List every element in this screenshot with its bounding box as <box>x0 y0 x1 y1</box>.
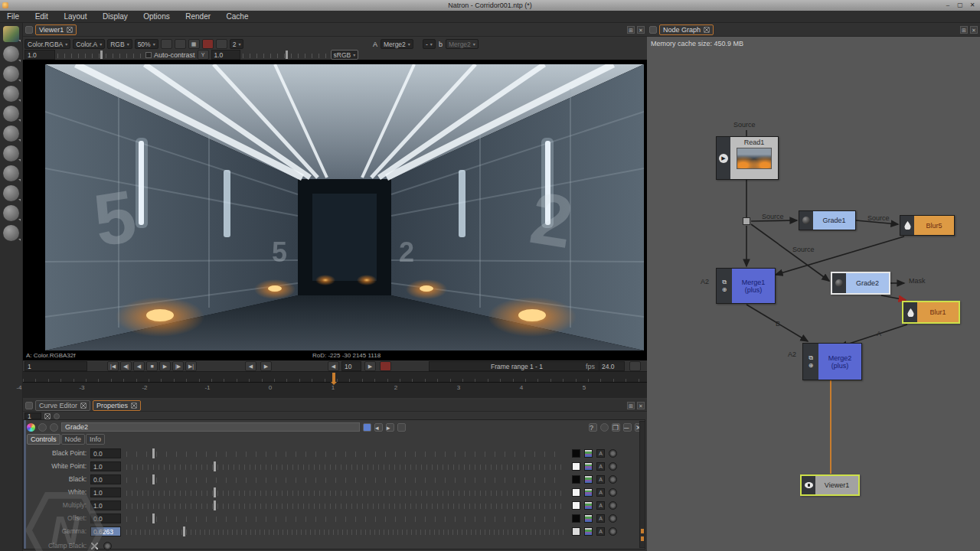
prev-frame-button[interactable]: ◀ <box>245 361 256 371</box>
rgba-channels-icon[interactable] <box>584 462 593 471</box>
alpha-button[interactable]: A <box>596 514 605 523</box>
param-slider[interactable] <box>126 474 564 484</box>
tab-close-icon[interactable] <box>80 403 87 409</box>
color-swatch[interactable] <box>572 527 580 536</box>
gamma-field[interactable]: 1.0 <box>211 50 240 60</box>
fps-field[interactable]: 24.0 <box>599 361 625 371</box>
node-read1[interactable]: ▶ Read1 <box>716 136 779 180</box>
skip-back-button[interactable]: ◀ <box>328 361 339 371</box>
next-frame-button[interactable]: ▶ <box>260 361 272 371</box>
node-blur1[interactable]: Blur1 <box>902 301 960 324</box>
prev-keyframe-button[interactable]: ◀| <box>120 361 132 371</box>
toolbox-transform-icon[interactable] <box>3 185 19 201</box>
stop-button[interactable]: ■ <box>146 361 158 371</box>
node-blur5[interactable]: Blur5 <box>900 215 955 236</box>
param-slider[interactable] <box>126 487 564 497</box>
toolbox-views-icon[interactable] <box>3 205 19 221</box>
param-value-field[interactable]: 1.0 <box>90 461 121 471</box>
color-swatch[interactable] <box>572 514 580 523</box>
alpha-button[interactable]: A <box>596 501 605 510</box>
panel-close-icon[interactable]: ✕ <box>637 402 645 409</box>
full-frame-icon[interactable] <box>175 39 186 49</box>
float-panel-icon[interactable]: ❐ <box>612 423 620 432</box>
tab-info[interactable]: Info <box>86 434 105 445</box>
proxy-mode-icon[interactable] <box>216 39 227 49</box>
gain-field[interactable]: 1.0 <box>24 50 55 60</box>
center-node-icon[interactable] <box>50 423 58 432</box>
color-swatch[interactable] <box>572 462 580 471</box>
param-value-field[interactable]: 0.0 <box>90 514 121 523</box>
goto-end-button[interactable]: ▶| <box>185 361 197 371</box>
tab-properties[interactable]: Properties <box>93 400 141 411</box>
param-value-field[interactable]: 1.0 <box>90 500 121 510</box>
redo-icon[interactable]: ▸ <box>386 423 394 432</box>
operator-select[interactable]: - <box>423 39 436 49</box>
timeline-playhead[interactable] <box>332 373 335 382</box>
colorspace-select[interactable]: sRGB <box>331 50 359 60</box>
panel-layout-icon[interactable]: ⊞ <box>627 26 635 34</box>
proxy-level-select[interactable]: 2 <box>230 39 244 49</box>
node-dot[interactable] <box>743 217 750 225</box>
luminance-button[interactable]: Y <box>198 50 209 60</box>
overlay-icon[interactable] <box>38 423 47 432</box>
turbo-mode-icon[interactable] <box>380 361 391 371</box>
param-slider[interactable] <box>126 514 564 523</box>
properties-scrollbar[interactable] <box>639 421 645 548</box>
node-color-icon[interactable] <box>27 423 35 432</box>
menu-file[interactable]: File <box>0 11 26 23</box>
panel-close-icon[interactable]: ✕ <box>637 26 645 34</box>
autocontrast-checkbox[interactable] <box>145 52 152 58</box>
input-b-select[interactable]: Merge2 <box>446 39 479 49</box>
curve-button[interactable] <box>609 501 617 510</box>
menu-options[interactable]: Options <box>136 11 176 23</box>
alpha-button[interactable]: A <box>596 488 605 497</box>
curve-button[interactable] <box>609 475 617 484</box>
rgba-channels-icon[interactable] <box>584 527 593 536</box>
help-icon[interactable]: ? <box>589 423 597 432</box>
maximize-button[interactable]: ▢ <box>954 1 966 10</box>
toolbox-filter-icon[interactable] <box>3 126 19 142</box>
clamp-black-checkbox[interactable] <box>91 543 98 549</box>
rgba-channels-icon[interactable] <box>584 514 593 523</box>
minimize-button[interactable]: – <box>942 1 954 10</box>
menu-render[interactable]: Render <box>178 11 217 23</box>
zoom-select[interactable]: 50% <box>135 39 158 49</box>
clock-icon[interactable] <box>629 361 641 371</box>
curve-button[interactable] <box>103 542 112 550</box>
panel-layout-icon[interactable]: ⊞ <box>627 402 635 409</box>
center-icon[interactable] <box>600 423 609 432</box>
current-frame-field[interactable]: 1 <box>24 361 87 371</box>
clip-to-project-icon[interactable] <box>161 39 172 49</box>
input-a-select[interactable]: Merge2 <box>381 39 413 49</box>
alpha-button[interactable]: A <box>596 462 605 471</box>
layer-select[interactable]: Color.RGBA <box>24 39 70 49</box>
node-merge2[interactable]: ⧉ ⊕ Merge2 (plus) <box>802 343 862 380</box>
tab-controls[interactable]: Controls <box>27 434 60 445</box>
param-value-field[interactable]: 0.0 <box>90 448 121 458</box>
play-forward-button[interactable]: ▶ <box>159 361 171 371</box>
node-name-field[interactable]: Grade2 <box>61 422 360 432</box>
goto-start-button[interactable]: |◀ <box>107 361 119 371</box>
toolbox-keyer-icon[interactable] <box>3 145 19 161</box>
menu-cache[interactable]: Cache <box>220 11 256 23</box>
curve-button[interactable] <box>609 527 617 536</box>
clear-panels-icon[interactable] <box>44 413 51 419</box>
curve-button[interactable] <box>609 514 617 523</box>
menu-display[interactable]: Display <box>96 11 135 23</box>
curve-button[interactable] <box>609 449 617 458</box>
play-backward-button[interactable]: ◀ <box>133 361 145 371</box>
param-slider[interactable] <box>126 448 564 458</box>
restore-defaults-icon[interactable] <box>397 423 406 432</box>
alpha-button[interactable]: A <box>596 449 605 458</box>
toolbox-channel-icon[interactable] <box>3 86 19 102</box>
node-preview-toggle[interactable]: ▶ <box>717 137 730 179</box>
menu-layout[interactable]: Layout <box>57 11 93 23</box>
minimize-all-icon[interactable] <box>54 413 60 419</box>
curve-button[interactable] <box>609 488 617 497</box>
checkerboard-icon[interactable]: ▦ <box>188 39 200 49</box>
node-grade2[interactable]: Grade2 <box>831 272 890 295</box>
close-button[interactable]: ✕ <box>966 1 978 10</box>
rgba-channels-icon[interactable] <box>584 501 593 510</box>
gain-slider[interactable] <box>57 51 143 60</box>
tab-close-icon[interactable] <box>131 403 137 409</box>
